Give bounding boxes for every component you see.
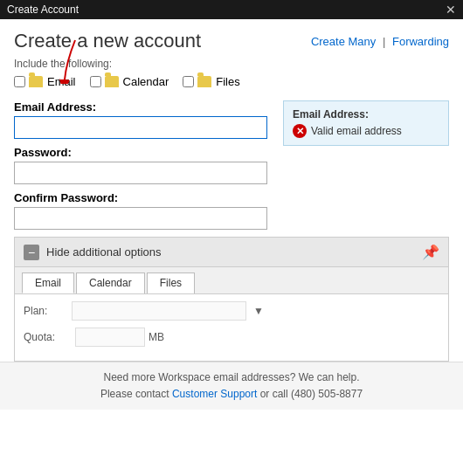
files-checkbox[interactable] <box>183 76 194 87</box>
plan-label: Plan: <box>24 305 72 317</box>
tab-calendar[interactable]: Calendar <box>76 272 145 293</box>
options-body: Plan: ▼ Quota: MB <box>15 293 448 361</box>
plan-dropdown-icon[interactable]: ▼ <box>253 305 264 317</box>
options-title: Hide additional options <box>46 245 162 259</box>
email-checkbox[interactable] <box>14 76 25 87</box>
footer: Need more Workspace email addresses? We … <box>0 362 463 410</box>
include-label: Include the following: <box>14 58 449 70</box>
options-header-left: − Hide additional options <box>24 245 162 260</box>
create-many-link[interactable]: Create Many <box>311 35 376 48</box>
calendar-folder-icon <box>105 76 119 87</box>
password-label: Password: <box>14 146 449 159</box>
quota-input[interactable] <box>75 328 145 347</box>
customer-support-link[interactable]: Customer Support <box>172 388 257 400</box>
validation-tooltip: Email Address: ✕ Valid email address <box>283 100 449 146</box>
files-checkbox-item: Files <box>183 75 239 88</box>
calendar-checkbox-item: Calendar <box>90 75 169 88</box>
header-row: Create a new account Create Many | Forwa… <box>14 30 449 52</box>
confirm-password-field-group: Confirm Password: <box>14 191 449 230</box>
sub-tabs: Email Calendar Files <box>15 267 448 293</box>
footer-line1: Need more Workspace email addresses? We … <box>14 369 449 386</box>
pin-icon[interactable]: 📌 <box>422 244 439 260</box>
tooltip-error-row: ✕ Valid email address <box>293 124 439 138</box>
form-area: Email Address: Password: Confirm Passwor… <box>14 100 449 230</box>
forwarding-link[interactable]: Forwarding <box>392 35 449 48</box>
header-links: Create Many | Forwarding <box>311 35 449 48</box>
close-button[interactable]: ✕ <box>446 3 456 16</box>
error-icon: ✕ <box>293 124 307 138</box>
confirm-password-input[interactable] <box>14 207 267 230</box>
password-field-group: Password: <box>14 146 449 184</box>
tooltip-error-text: Valid email address <box>311 125 402 137</box>
footer-line2-pre: Please contact <box>100 388 172 400</box>
quota-label: Quota: <box>24 331 72 343</box>
calendar-checkbox[interactable] <box>90 76 101 87</box>
link-separator: | <box>383 35 385 48</box>
email-checkbox-label[interactable]: Email <box>47 75 76 88</box>
files-checkbox-label[interactable]: Files <box>216 75 239 88</box>
email-folder-icon <box>29 76 43 87</box>
quota-unit: MB <box>149 331 164 343</box>
confirm-password-label: Confirm Password: <box>14 191 449 204</box>
checkboxes-row: Email Calendar Files <box>14 75 449 88</box>
email-address-input[interactable] <box>14 116 267 139</box>
minus-icon: − <box>24 245 39 260</box>
calendar-checkbox-label[interactable]: Calendar <box>123 75 169 88</box>
quota-field: Quota: MB <box>24 328 439 347</box>
additional-options-section: − Hide additional options 📌 Email Calend… <box>14 237 449 362</box>
plan-field: Plan: ▼ <box>24 301 439 321</box>
main-content: Create a new account Create Many | Forwa… <box>0 19 463 230</box>
files-folder-icon <box>197 76 211 87</box>
footer-line2: Please contact Customer Support or call … <box>14 386 449 403</box>
title-bar: Create Account ✕ <box>0 0 463 19</box>
tooltip-title: Email Address: <box>293 108 439 121</box>
email-checkbox-item: Email <box>14 75 76 88</box>
tab-files[interactable]: Files <box>147 272 195 293</box>
password-input[interactable] <box>14 162 267 184</box>
page-title: Create a new account <box>14 30 201 52</box>
plan-input[interactable] <box>72 301 246 321</box>
footer-line2-post: or call (480) 505-8877 <box>257 388 363 400</box>
options-header[interactable]: − Hide additional options 📌 <box>15 238 448 267</box>
tab-email[interactable]: Email <box>22 272 74 293</box>
title-bar-text: Create Account <box>7 3 79 16</box>
